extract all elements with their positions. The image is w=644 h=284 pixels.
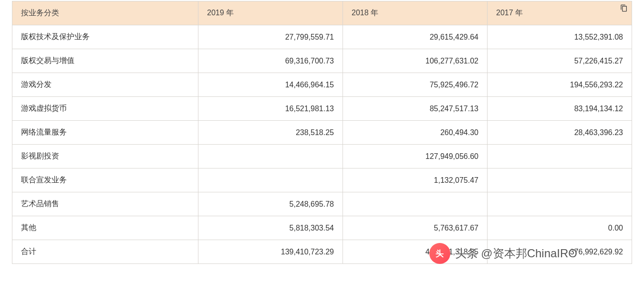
cell-y2019: 5,248,695.78 <box>198 192 343 216</box>
row-label: 艺术品销售 <box>12 192 198 216</box>
cell-y2019: 139,410,723.29 <box>198 240 343 264</box>
table-row: 游戏虚拟货币16,521,981.1385,247,517.1383,194,1… <box>12 97 632 121</box>
cell-y2018: 85,247,517.13 <box>343 97 488 121</box>
row-label: 其他 <box>12 216 198 240</box>
cell-y2017 <box>488 145 632 168</box>
cell-y2017: 83,194,134.12 <box>488 97 632 121</box>
cell-y2018: 75,925,496.72 <box>343 73 488 97</box>
cell-y2019: 16,521,981.13 <box>198 97 343 121</box>
data-table-container: 按业务分类 2019 年 2018 年 2017 年 版权技术及保护业务27,7… <box>12 0 632 264</box>
business-revenue-table: 按业务分类 2019 年 2018 年 2017 年 版权技术及保护业务27,7… <box>12 1 632 264</box>
row-label: 版权技术及保护业务 <box>12 25 198 49</box>
cell-y2018: 5,763,617.67 <box>343 216 488 240</box>
col-header-2019: 2019 年 <box>198 1 343 25</box>
cell-y2017: 0.00 <box>488 216 632 240</box>
table-body: 版权技术及保护业务27,799,559.7129,615,429.6413,55… <box>12 25 632 264</box>
cell-y2017: 376,992,629.92 <box>488 240 632 264</box>
table-row: 合计139,410,723.29432,171,318.55376,992,62… <box>12 240 632 264</box>
row-label: 合计 <box>12 240 198 264</box>
cell-y2018 <box>343 192 488 216</box>
table-row: 影视剧投资127,949,056.60 <box>12 145 632 168</box>
cell-y2017: 194,556,293.22 <box>488 73 632 97</box>
cell-y2018: 1,132,075.47 <box>343 168 488 192</box>
cell-y2019: 69,316,700.73 <box>198 49 343 73</box>
cell-y2017: 57,226,415.27 <box>488 49 632 73</box>
row-label: 游戏分发 <box>12 73 198 97</box>
cell-y2017 <box>488 168 632 192</box>
row-label: 游戏虚拟货币 <box>12 97 198 121</box>
copy-icon[interactable] <box>620 4 628 12</box>
cell-y2018: 29,615,429.64 <box>343 25 488 49</box>
cell-y2019: 5,818,303.54 <box>198 216 343 240</box>
table-header-row: 按业务分类 2019 年 2018 年 2017 年 <box>12 1 632 25</box>
col-header-2018: 2018 年 <box>343 1 488 25</box>
table-row: 游戏分发14,466,964.1575,925,496.72194,556,29… <box>12 73 632 97</box>
cell-y2019: 238,518.25 <box>198 121 343 145</box>
cell-y2017 <box>488 192 632 216</box>
cell-y2019 <box>198 168 343 192</box>
cell-y2018: 127,949,056.60 <box>343 145 488 168</box>
table-row: 网络流量服务238,518.25260,494.3028,463,396.23 <box>12 121 632 145</box>
cell-y2017: 13,552,391.08 <box>488 25 632 49</box>
cell-y2018: 260,494.30 <box>343 121 488 145</box>
cell-y2018: 432,171,318.55 <box>343 240 488 264</box>
row-label: 版权交易与增值 <box>12 49 198 73</box>
cell-y2019: 14,466,964.15 <box>198 73 343 97</box>
table-row: 艺术品销售5,248,695.78 <box>12 192 632 216</box>
cell-y2019 <box>198 145 343 168</box>
row-label: 联合宣发业务 <box>12 168 198 192</box>
col-header-2017: 2017 年 <box>488 1 632 25</box>
col-header-2017-label: 2017 年 <box>496 9 523 17</box>
table-row: 其他5,818,303.545,763,617.670.00 <box>12 216 632 240</box>
col-header-category: 按业务分类 <box>12 1 198 25</box>
row-label: 网络流量服务 <box>12 121 198 145</box>
cell-y2017: 28,463,396.23 <box>488 121 632 145</box>
table-row: 版权交易与增值69,316,700.73106,277,631.0257,226… <box>12 49 632 73</box>
table-row: 版权技术及保护业务27,799,559.7129,615,429.6413,55… <box>12 25 632 49</box>
table-row: 联合宣发业务1,132,075.47 <box>12 168 632 192</box>
row-label: 影视剧投资 <box>12 145 198 168</box>
cell-y2019: 27,799,559.71 <box>198 25 343 49</box>
cell-y2018: 106,277,631.02 <box>343 49 488 73</box>
